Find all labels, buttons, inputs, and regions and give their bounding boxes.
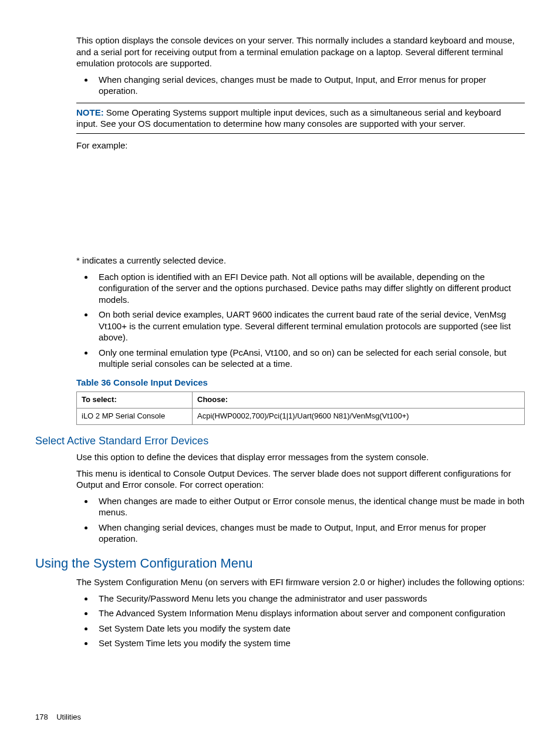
list-item: Only one terminal emulation type (PcAnsi… bbox=[94, 347, 525, 370]
table-header-row: To select: Choose: bbox=[77, 392, 525, 409]
table-row: iLO 2 MP Serial Console Acpi(HWP0002,700… bbox=[77, 408, 525, 424]
table-header: Choose: bbox=[193, 392, 525, 409]
example-placeholder bbox=[76, 156, 525, 252]
table-cell: Acpi(HWP0002,700)/Pci(1|1)/Uart(9600 N81… bbox=[193, 408, 525, 424]
asterisk-note: * indicates a currently selected device. bbox=[76, 255, 525, 266]
section-heading-error-devices: Select Active Standard Error Devices bbox=[35, 434, 525, 448]
list-item: Set System Time lets you modify the syst… bbox=[94, 637, 525, 649]
sysconfig-list: The Security/Password Menu lets you chan… bbox=[76, 593, 525, 649]
sysconfig-p1: The System Configuration Menu (on server… bbox=[76, 576, 525, 588]
list-item: The Security/Password Menu lets you chan… bbox=[94, 593, 525, 605]
table-cell: iLO 2 MP Serial Console bbox=[77, 408, 193, 424]
list-item: When changing serial devices, changes mu… bbox=[94, 522, 525, 545]
list-item: Set System Date lets you modify the syst… bbox=[94, 623, 525, 634]
note-label: NOTE: bbox=[76, 107, 104, 117]
error-devices-list: When changes are made to either Output o… bbox=[76, 495, 525, 545]
console-input-devices-table: To select: Choose: iLO 2 MP Serial Conso… bbox=[76, 391, 525, 425]
table-caption: Table 36 Console Input Devices bbox=[76, 377, 525, 389]
error-devices-p1: Use this option to define the devices th… bbox=[76, 451, 525, 463]
intro-bullet: When changing serial devices, changes mu… bbox=[94, 74, 525, 97]
device-notes-list: Each option is identified with an EFI De… bbox=[76, 271, 525, 370]
note-box: NOTE: Some Operating Systems support mul… bbox=[76, 103, 525, 134]
error-devices-p2: This menu is identical to Console Output… bbox=[76, 468, 525, 491]
list-item: When changes are made to either Output o… bbox=[94, 495, 525, 518]
list-item: Each option is identified with an EFI De… bbox=[94, 271, 525, 306]
table-header: To select: bbox=[77, 392, 193, 409]
example-lead: For example: bbox=[76, 140, 525, 151]
section-heading-sysconfig: Using the System Configuration Menu bbox=[35, 555, 525, 572]
list-item: The Advanced System Information Menu dis… bbox=[94, 607, 525, 619]
intro-paragraph: This option displays the console devices… bbox=[76, 35, 525, 69]
note-text: Some Operating Systems support multiple … bbox=[76, 107, 501, 129]
list-item: On both serial device examples, UART 960… bbox=[94, 309, 525, 343]
